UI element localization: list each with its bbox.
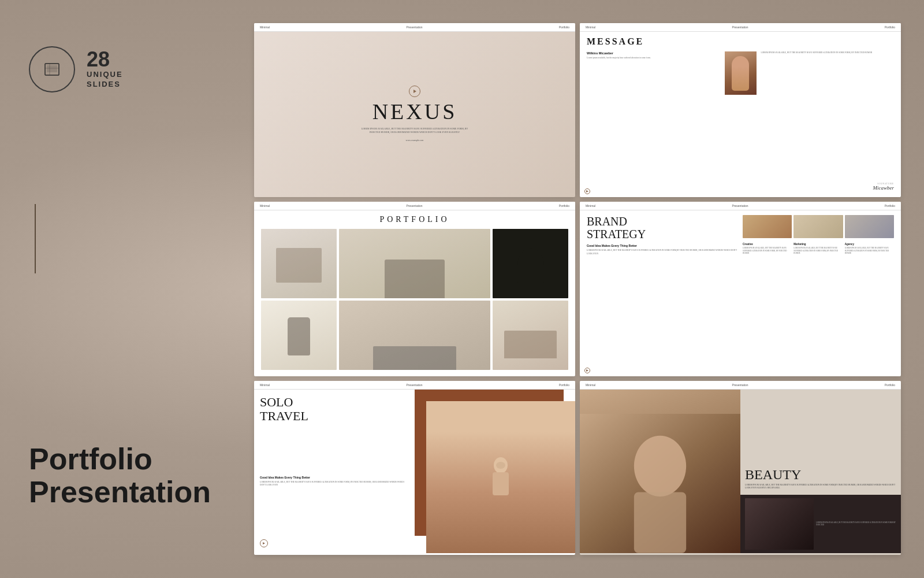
solo-title: SOLOTRAVEL (260, 395, 409, 423)
solo-lorem: LOREM IPSUM AVAILABLE, BUT THE MAJORITY … (260, 481, 409, 487)
solo-photo (426, 401, 575, 553)
slide-2-header: Minimal Presentation Portfolio (580, 23, 901, 32)
brand-images (743, 215, 894, 238)
beauty-lorem: LOREM IPSUM AVAILABLE, BUT THE MAJORITY … (745, 484, 896, 490)
slide-1-header: Minimal Presentation Portfolio (254, 23, 575, 32)
slide-4-header: Minimal Presentation Portfolio (580, 202, 901, 210)
solo-left: SOLOTRAVEL Good Idea Makes Every Thing B… (254, 390, 415, 553)
badge-area: 28 UNIQUESLIDES (29, 46, 214, 92)
slides-grid: Minimal Presentation Portfolio NEXUS LOR… (243, 0, 924, 578)
svg-rect-9 (493, 472, 509, 495)
portfolio-cell-5 (339, 301, 490, 370)
brand-subtitle: Good Idea Makes Every Thing Better (587, 244, 738, 247)
solo-logo (260, 539, 268, 547)
svg-point-12 (634, 436, 686, 497)
message-title: MESSAGE (587, 36, 894, 47)
brand-img-3 (845, 215, 894, 238)
product-title: Portfolio Presentation (29, 443, 214, 509)
slide-5-content: SOLOTRAVEL Good Idea Makes Every Thing B… (254, 390, 575, 553)
solo-subtitle: Good Idea Makes Every Thing Better (260, 476, 409, 479)
svg-marker-5 (586, 190, 588, 192)
woman-figure (732, 56, 749, 91)
slide-1-content: NEXUS LOREM IPSUM AVAILABLE, BUT THE MAJ… (254, 32, 575, 195)
slide-2[interactable]: Minimal Presentation Portfolio MESSAGE W… (580, 23, 901, 197)
slide-3-content: PORTFOLIO (254, 210, 575, 374)
svg-marker-7 (263, 542, 265, 544)
slide-3[interactable]: Minimal Presentation Portfolio PORTFOLIO (254, 202, 575, 376)
solo-body: Good Idea Makes Every Thing Better LOREM… (260, 476, 409, 487)
slide-4-logo (584, 368, 590, 373)
slide-5-header: Minimal Presentation Portfolio (254, 381, 575, 390)
solo-right (415, 390, 575, 553)
brand-columns: Creative LOREM IPSUM AVAILABLE, BUT THE … (743, 243, 894, 254)
beauty-right-text: LOREM IPSUM AVAILABLE, BUT THE MAJORITY … (816, 521, 896, 527)
message-right: LOREM IPSUM AVAILABLE, BUT THE MAJORITY … (761, 51, 895, 191)
badge-text: 28 UNIQUESLIDES (87, 49, 123, 90)
signature-block: SIGNATURE Micawber (761, 183, 895, 191)
portfolio-cell-1 (261, 229, 337, 298)
brand-img-2 (793, 215, 843, 238)
beauty-title-area: BEAUTY LOREM IPSUM AVAILABLE, BUT THE MA… (740, 390, 901, 495)
badge-label: UNIQUESLIDES (87, 70, 123, 90)
play-icon (409, 86, 420, 97)
nexus-title: NEXUS (372, 101, 457, 123)
svg-rect-1 (47, 65, 57, 72)
slide-3-header: Minimal Presentation Portfolio (254, 202, 575, 210)
nexus-subtitle: LOREM IPSUM AVAILABLE, BUT THE MAJORITY … (357, 127, 472, 134)
slides-icon (29, 46, 75, 92)
portfolio-title: PORTFOLIO (379, 215, 449, 224)
portfolio-cell-2 (339, 229, 490, 298)
portfolio-cell-4 (261, 301, 337, 370)
brand-title: BRANDSTRATEGY (587, 215, 738, 240)
beauty-dark-panel: LOREM IPSUM AVAILABLE, BUT THE MAJORITY … (740, 495, 901, 553)
message-body: Wilkins Micawber Lorem ipsum available, … (587, 51, 894, 191)
slide-6[interactable]: Minimal Presentation Portfolio (580, 381, 901, 555)
brand-lorem: LOREM IPSUM AVAILABLE, BUT THE MAJORITY … (587, 249, 738, 255)
slide-count: 28 (87, 49, 123, 70)
slide-6-content: BEAUTY LOREM IPSUM AVAILABLE, BUT THE MA… (580, 390, 901, 553)
brand-right: Creative LOREM IPSUM AVAILABLE, BUT THE … (743, 215, 894, 369)
slide-4-content: BRANDSTRATEGY Good Idea Makes Every Thin… (580, 210, 901, 374)
slide-1[interactable]: Minimal Presentation Portfolio NEXUS LOR… (254, 23, 575, 197)
slide-4[interactable]: Minimal Presentation Portfolio BRANDSTRA… (580, 202, 901, 376)
beauty-right: BEAUTY LOREM IPSUM AVAILABLE, BUT THE MA… (740, 390, 901, 553)
beauty-title: BEAUTY (745, 468, 896, 481)
left-panel: 28 UNIQUESLIDES Portfolio Presentation (0, 0, 243, 578)
message-left: Wilkins Micawber Lorem ipsum available, … (587, 51, 720, 191)
slide-6-header: Minimal Presentation Portfolio (580, 381, 901, 390)
portfolio-cell-3 (493, 229, 568, 298)
brand-left: BRANDSTRATEGY Good Idea Makes Every Thin… (587, 215, 738, 369)
svg-point-10 (496, 462, 505, 469)
brand-col-creative: Creative LOREM IPSUM AVAILABLE, BUT THE … (743, 243, 792, 254)
brand-col-agency: Agency LOREM IPSUM AVAILABLE, BUT THE MA… (845, 243, 894, 254)
beauty-photo (580, 390, 740, 553)
svg-marker-4 (413, 90, 416, 93)
product-title-text: Portfolio Presentation (29, 443, 214, 509)
slide-5[interactable]: Minimal Presentation Portfolio SOLOTRAVE… (254, 381, 575, 555)
divider (35, 204, 36, 273)
nexus-url: www.example.com (406, 139, 424, 142)
svg-marker-6 (586, 369, 588, 372)
svg-rect-13 (634, 492, 686, 553)
message-name: Wilkins Micawber (587, 51, 720, 55)
brand-col-marketing: Marketing LOREM IPSUM AVAILABLE, BUT THE… (793, 243, 843, 254)
brand-img-1 (743, 215, 792, 238)
portfolio-cell-6 (493, 301, 568, 370)
solo-photo-face (426, 401, 575, 553)
signature-name: Micawber (761, 185, 895, 191)
message-lorem: LOREM IPSUM AVAILABLE, BUT THE MAJORITY … (761, 51, 895, 54)
message-text: Lorem ipsum available, but the majority … (587, 57, 720, 60)
portfolio-grid (261, 229, 568, 369)
message-photo (725, 51, 757, 95)
beauty-dark-img (745, 498, 814, 550)
slide-2-content: MESSAGE Wilkins Micawber Lorem ipsum ava… (580, 32, 901, 195)
